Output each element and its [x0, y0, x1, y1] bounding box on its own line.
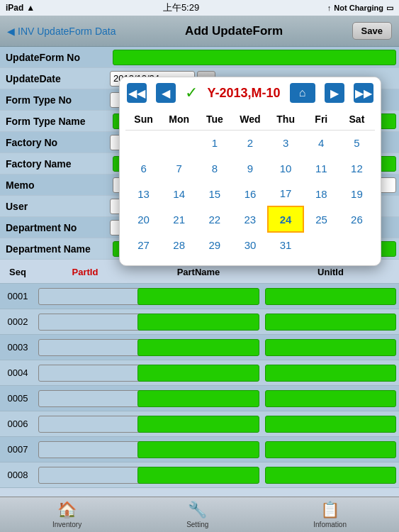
label-memo: Memo: [0, 179, 110, 191]
calendar-day-cell[interactable]: 28: [162, 232, 197, 257]
calendar-day-cell[interactable]: 23: [232, 206, 268, 232]
tab-setting[interactable]: 🔧 Setting: [186, 501, 208, 528]
unitid-input[interactable]: [265, 390, 396, 407]
col-header-partid: PartId: [35, 267, 135, 277]
cal-prev-year-button[interactable]: ◀◀: [127, 83, 147, 103]
cal-next-year-button[interactable]: ▶▶: [354, 83, 373, 103]
calendar-day-cell[interactable]: 21: [162, 206, 197, 232]
calendar-week-row: 2728293031: [126, 232, 375, 257]
unitid-input[interactable]: [265, 441, 396, 458]
partname-input[interactable]: [137, 390, 259, 407]
cal-prev-month-button[interactable]: ◀: [156, 83, 176, 103]
calendar-day-cell[interactable]: 31: [268, 232, 303, 257]
cal-header-thu: Thu: [268, 109, 303, 130]
calendar-day-cell[interactable]: 6: [126, 155, 162, 181]
table-row: 0002 ...: [0, 309, 399, 335]
unitid-input[interactable]: [265, 314, 396, 331]
cell-partid: ...: [35, 416, 135, 433]
calendar-day-cell[interactable]: 29: [197, 232, 232, 257]
label-form-type-name: Form Type Name: [0, 116, 110, 127]
unitid-input[interactable]: [265, 288, 396, 305]
calendar-day-cell[interactable]: 15: [197, 181, 232, 206]
cell-partid: ...: [35, 314, 135, 331]
partname-input[interactable]: [137, 416, 259, 433]
calendar-grid: Sun Mon Tue Wed Thu Fri Sat 123456789101…: [125, 109, 375, 258]
cell-unitid: [262, 441, 399, 458]
cell-partid: ...: [35, 390, 135, 407]
setting-icon: 🔧: [188, 501, 207, 519]
calendar-day-cell[interactable]: 26: [339, 206, 374, 232]
cal-header-tue: Tue: [197, 109, 232, 130]
calendar-day-cell[interactable]: 14: [162, 181, 197, 206]
calendar-week-row: 12345: [126, 130, 375, 155]
partname-input[interactable]: [137, 365, 259, 382]
cell-partid: ...: [35, 467, 135, 484]
calendar-day-cell[interactable]: 17: [268, 181, 303, 206]
calendar-day-cell[interactable]: 9: [232, 155, 268, 181]
calendar-day-cell[interactable]: 4: [303, 130, 339, 155]
calendar-day-cell[interactable]: 22: [197, 206, 232, 232]
calendar-day-cell[interactable]: 24: [268, 206, 303, 232]
tab-infomation[interactable]: 📋 Infomation: [313, 501, 347, 528]
cell-partname: [135, 416, 262, 433]
cal-title: Y-2013,M-10: [207, 86, 280, 101]
calendar-day-cell[interactable]: 12: [339, 155, 374, 181]
ipad-label: iPad: [6, 3, 23, 13]
calendar-day-cell[interactable]: 10: [268, 155, 303, 181]
back-button[interactable]: ◀ INV UpdateForm Data: [7, 26, 116, 37]
calendar-day-cell[interactable]: 5: [339, 130, 374, 155]
unitid-input[interactable]: [265, 365, 396, 382]
tab-inventory[interactable]: 🏠 Inventory: [52, 501, 82, 528]
cell-unitid: [262, 314, 399, 331]
tab-infomation-label: Infomation: [313, 521, 347, 528]
input-updateform-no[interactable]: [113, 50, 396, 65]
partname-input[interactable]: [137, 339, 259, 356]
calendar-day-cell[interactable]: 2: [232, 130, 268, 155]
calendar-day-cell[interactable]: 1: [197, 130, 232, 155]
partname-input[interactable]: [137, 467, 259, 484]
location-icon: ↑: [327, 4, 332, 12]
calendar-day-cell[interactable]: 8: [197, 155, 232, 181]
table-row: 0001 ...: [0, 284, 399, 309]
cell-partname: [135, 441, 262, 458]
calendar-week-row: 6789101112: [126, 155, 375, 181]
unitid-input[interactable]: [265, 416, 396, 433]
calendar-day-cell[interactable]: 30: [232, 232, 268, 257]
wifi-icon: ▲: [26, 3, 35, 13]
cell-partid: ...: [35, 339, 135, 356]
calendar-day-cell[interactable]: 3: [268, 130, 303, 155]
calendar-day-cell[interactable]: 11: [303, 155, 339, 181]
partname-input[interactable]: [137, 314, 259, 331]
calendar-week-row: 20212223242526: [126, 206, 375, 232]
cal-home-button[interactable]: ⌂: [290, 83, 315, 103]
cell-partid: ...: [35, 288, 135, 305]
table-row: 0005 ...: [0, 386, 399, 411]
form-row-updateform-no: UpdateForm No: [0, 47, 399, 68]
cell-seq: 0001: [0, 291, 35, 301]
back-label: INV UpdateForm Data: [18, 26, 116, 37]
calendar-day-cell[interactable]: 7: [162, 155, 197, 181]
partname-input[interactable]: [137, 288, 259, 305]
unitid-input[interactable]: [265, 467, 396, 484]
calendar-day-cell[interactable]: 25: [303, 206, 339, 232]
cal-header-sun: Sun: [126, 109, 162, 130]
cal-header-sat: Sat: [339, 109, 374, 130]
calendar-day-cell[interactable]: 20: [126, 206, 162, 232]
col-header-unitid: UnitId: [262, 267, 399, 277]
unitid-input[interactable]: [265, 339, 396, 356]
cell-seq: 0002: [0, 316, 35, 327]
calendar-day-cell[interactable]: 18: [303, 181, 339, 206]
cell-partname: [135, 288, 262, 305]
calendar-day-cell[interactable]: 27: [126, 232, 162, 257]
cell-seq: 0008: [0, 470, 35, 480]
cell-seq: 0004: [0, 367, 35, 378]
calendar-day-headers: Sun Mon Tue Wed Thu Fri Sat: [126, 109, 375, 130]
calendar-day-cell[interactable]: 19: [339, 181, 374, 206]
cal-next-month-button[interactable]: ▶: [325, 83, 344, 103]
save-button[interactable]: Save: [352, 22, 392, 40]
partname-input[interactable]: [137, 441, 259, 458]
calendar-day-cell[interactable]: 13: [126, 181, 162, 206]
cell-seq: 0006: [0, 419, 35, 429]
calendar-day-cell[interactable]: 16: [232, 181, 268, 206]
battery-icon: ▭: [386, 4, 393, 13]
